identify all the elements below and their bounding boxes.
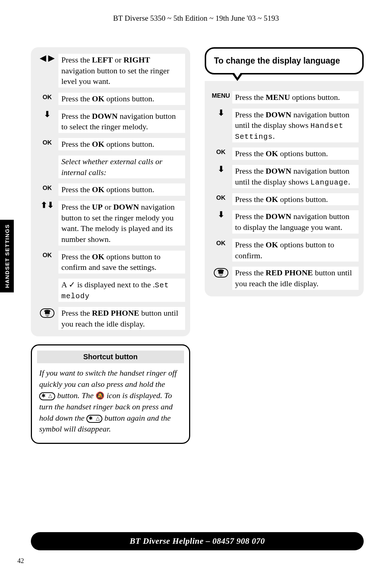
step-row: OKPress the OK options button. [36, 93, 185, 105]
step-row: OKPress the OK options button. [36, 183, 185, 196]
step-row: ◀ ▶Press the LEFT or RIGHT navigation bu… [36, 54, 185, 88]
step-text: Press the LEFT or RIGHT navigation butto… [58, 54, 185, 88]
step-text: Press the MENU options button. [232, 91, 359, 104]
step-row: ⬆⬇Press the UP or DOWN navigation button… [36, 201, 185, 246]
blank-key [36, 155, 58, 157]
step-row: ⬇Press the DOWN navigation button to dis… [210, 210, 359, 233]
bell-off-icon: 🔕 [95, 392, 105, 400]
step-row: OKPress the OK options button. [36, 138, 185, 150]
right-column: To change the display language MENUPress… [205, 47, 364, 444]
left-step-block: ◀ ▶Press the LEFT or RIGHT navigation bu… [31, 47, 190, 336]
section-callout: To change the display language [205, 47, 364, 74]
star-key-icon: ✱ △ [86, 415, 102, 423]
callout-tail-icon [232, 73, 243, 81]
arrow-icon: ⬇ [210, 165, 232, 173]
step-row: Select whether external calls or interna… [36, 155, 185, 178]
step-row: ⬇Press the DOWN navigation button until … [210, 165, 359, 188]
step-row: MENUPress the MENU options button. [210, 91, 359, 104]
key-label: MENU [210, 91, 232, 99]
star-key-icon: ✱ △ [39, 392, 55, 400]
step-text: Press the DOWN navigation button until t… [232, 165, 359, 188]
shortcut-title: Shortcut button [37, 351, 184, 363]
step-text: Press the RED PHONE button until you rea… [58, 307, 185, 330]
key-label: OK [36, 93, 58, 100]
key-label: OK [36, 138, 58, 146]
key-label: OK [210, 239, 232, 246]
content-area: ◀ ▶Press the LEFT or RIGHT navigation bu… [31, 47, 364, 444]
left-column: ◀ ▶Press the LEFT or RIGHT navigation bu… [31, 47, 190, 444]
key-label: OK [210, 147, 232, 155]
shortcut-box: Shortcut button If you want to switch th… [31, 344, 190, 444]
step-row: OKPress the OK options button. [210, 147, 359, 160]
step-row: OKPress the OK options button to confirm… [210, 239, 359, 262]
arrow-icon: ◀ ▶ [36, 54, 58, 62]
step-text: Press the OK options button. [58, 93, 185, 105]
key-label: OK [36, 251, 58, 258]
shortcut-body: If you want to switch the handset ringer… [39, 368, 182, 435]
side-tab-label: HANDSET SETTINGS [4, 224, 10, 288]
side-tab: HANDSET SETTINGS [0, 220, 14, 292]
step-text: Press the OK options button. [58, 183, 185, 196]
step-row: ⬇Press the DOWN navigation button until … [210, 109, 359, 143]
key-label: OK [36, 183, 58, 191]
red-phone-icon: ☎ⓘ [210, 267, 232, 278]
arrow-icon: ⬇ [210, 109, 232, 117]
page-number: 42 [17, 557, 24, 565]
step-row: A ✓ is displayed next to the .Set melody [36, 279, 185, 302]
right-step-block: MENUPress the MENU options button.⬇Press… [205, 81, 364, 296]
step-text: Press the UP or DOWN navigation button t… [58, 201, 185, 246]
step-text: Press the DOWN navigation button to sele… [58, 110, 185, 133]
blank-key [36, 279, 58, 280]
key-label: OK [210, 193, 232, 201]
arrow-icon: ⬆⬇ [36, 201, 58, 209]
step-row: ⬇Press the DOWN navigation button to sel… [36, 110, 185, 133]
step-text: Press the OK options button to confirm. [232, 239, 359, 262]
step-text: Select whether external calls or interna… [58, 155, 185, 178]
step-text: Press the OK options button. [58, 138, 185, 150]
step-text: Press the RED PHONE button until you rea… [232, 267, 359, 290]
step-text: A ✓ is displayed next to the .Set melody [58, 279, 185, 302]
step-row: ☎ⓘPress the RED PHONE button until you r… [36, 307, 185, 330]
step-row: ☎ⓘPress the RED PHONE button until you r… [210, 267, 359, 290]
step-row: OKPress the OK options button to confirm… [36, 251, 185, 274]
step-text: Press the OK options button. [232, 147, 359, 160]
step-text: Press the DOWN navigation button until t… [232, 109, 359, 143]
arrow-icon: ⬇ [210, 210, 232, 219]
red-phone-icon: ☎ⓘ [36, 307, 58, 318]
helpline-bar: BT Diverse Helpline – 08457 908 070 [31, 532, 364, 550]
arrow-icon: ⬇ [36, 110, 58, 118]
step-row: OKPress the OK options button. [210, 193, 359, 206]
step-text: Press the DOWN navigation button to disp… [232, 210, 359, 233]
step-text: Press the OK options button to confirm a… [58, 251, 185, 274]
step-text: Press the OK options button. [232, 193, 359, 206]
header-line: BT Diverse 5350 ~ 5th Edition ~ 19th Jun… [0, 0, 392, 23]
